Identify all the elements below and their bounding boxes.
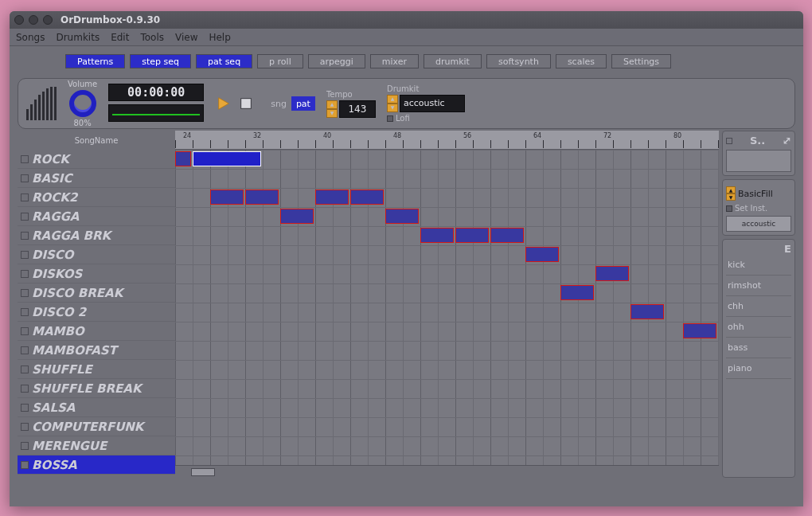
menu-songs[interactable]: Songs xyxy=(16,32,45,43)
pattern-row[interactable]: MAMBOFAST xyxy=(18,341,175,360)
sequence-block[interactable] xyxy=(455,228,489,243)
tab-pat-seq[interactable]: pat seq xyxy=(196,54,252,68)
play-button[interactable] xyxy=(215,95,232,112)
pattern-row[interactable]: DISKOS xyxy=(18,264,175,283)
tab-settings[interactable]: Settings xyxy=(611,54,671,68)
pattern-checkbox[interactable] xyxy=(21,423,29,431)
pattern-row[interactable]: BASIC xyxy=(18,169,175,188)
pattern-row[interactable]: COMPUTERFUNK xyxy=(18,417,175,436)
titlebar[interactable]: OrDrumbox-0.9.30 xyxy=(10,11,803,29)
volume-value: 80% xyxy=(73,119,91,127)
sequence-block[interactable] xyxy=(350,190,384,205)
pattern-checkbox[interactable] xyxy=(21,366,29,373)
menu-edit[interactable]: Edit xyxy=(111,32,129,43)
pattern-row[interactable]: SHUFFLE BREAK xyxy=(18,379,175,398)
sequence-block[interactable] xyxy=(560,285,594,300)
setinst-checkbox[interactable]: Set Inst. xyxy=(726,204,791,213)
pattern-row[interactable]: RAGGA xyxy=(18,207,175,226)
sequence-block[interactable] xyxy=(683,323,716,338)
expand-icon[interactable]: ⤢ xyxy=(783,135,791,147)
sequence-block[interactable] xyxy=(595,266,629,281)
instrument-item[interactable]: chh xyxy=(726,296,791,317)
pattern-row[interactable]: MAMBO xyxy=(18,322,175,341)
minimize-icon[interactable] xyxy=(29,15,38,25)
tab-arpeggi[interactable]: arpeggi xyxy=(308,54,365,68)
lofi-checkbox[interactable]: Lofi xyxy=(387,114,465,123)
menu-tools[interactable]: Tools xyxy=(140,32,164,43)
tab-patterns[interactable]: Patterns xyxy=(65,54,125,68)
tab-drumkit[interactable]: drumkit xyxy=(424,54,482,68)
drumkit-spinner[interactable]: ▲▼ xyxy=(387,95,398,112)
pattern-checkbox[interactable] xyxy=(21,270,29,278)
pattern-checkbox[interactable] xyxy=(21,327,29,335)
sng-option[interactable]: sng xyxy=(266,96,291,111)
pattern-checkbox[interactable] xyxy=(21,232,29,240)
sequence-block[interactable] xyxy=(315,190,349,205)
accoustic-button[interactable]: accoustic xyxy=(726,216,791,232)
close-icon[interactable] xyxy=(14,15,24,25)
sequence-block[interactable] xyxy=(385,209,419,224)
tempo-field[interactable]: 143 xyxy=(339,100,376,118)
tab-mixer[interactable]: mixer xyxy=(370,54,419,68)
pattern-checkbox[interactable] xyxy=(21,385,29,393)
tab-step-seq[interactable]: step seq xyxy=(130,54,191,68)
pattern-row[interactable]: ROCK xyxy=(18,150,175,169)
volume-knob[interactable] xyxy=(69,90,96,117)
pattern-checkbox[interactable] xyxy=(21,174,29,182)
sequence-grid[interactable] xyxy=(175,150,719,478)
h-scrollbar[interactable] xyxy=(175,465,719,478)
menu-drumkits[interactable]: Drumkits xyxy=(56,32,100,43)
timeline-ruler[interactable]: 2432404856647280 xyxy=(175,131,719,150)
pattern-checkbox[interactable] xyxy=(21,308,29,316)
sequence-block[interactable] xyxy=(210,190,244,205)
sequence-block[interactable] xyxy=(245,190,279,205)
instrument-item[interactable]: rimshot xyxy=(726,276,791,296)
fill-spinner[interactable]: ▲▼ xyxy=(726,186,736,201)
sequence-block[interactable] xyxy=(630,304,664,319)
pattern-row[interactable]: SALSA xyxy=(18,398,175,417)
pattern-row[interactable]: ROCK2 xyxy=(18,188,175,207)
pattern-checkbox[interactable] xyxy=(21,404,29,412)
instrument-item[interactable]: kick xyxy=(726,255,791,276)
maximize-icon[interactable] xyxy=(43,15,53,25)
pattern-checkbox[interactable] xyxy=(21,251,29,259)
panel-toggle-icon[interactable] xyxy=(726,138,732,144)
sequence-block[interactable] xyxy=(280,209,314,224)
pattern-checkbox[interactable] xyxy=(21,213,29,221)
pattern-row[interactable]: SHUFFLE xyxy=(18,360,175,379)
progress-bar[interactable] xyxy=(108,104,204,122)
menu-help[interactable]: Help xyxy=(209,32,230,43)
instrument-item[interactable]: piano xyxy=(726,358,791,379)
sng-pat-toggle[interactable]: sng pat xyxy=(266,96,315,111)
pattern-row[interactable]: MERENGUE xyxy=(18,436,175,455)
sequence-block[interactable] xyxy=(525,247,559,262)
pattern-checkbox[interactable] xyxy=(21,461,29,469)
pattern-checkbox[interactable] xyxy=(21,346,29,354)
pattern-row[interactable]: BOSSA xyxy=(18,455,175,475)
volume-label: Volume xyxy=(68,80,97,88)
drumkit-field[interactable]: accoustic xyxy=(400,95,465,112)
menu-view[interactable]: View xyxy=(175,32,197,43)
scroll-thumb[interactable] xyxy=(191,468,215,476)
pattern-checkbox[interactable] xyxy=(21,442,29,450)
sequence-block[interactable] xyxy=(193,151,261,166)
tempo-spinner[interactable]: ▲▼ xyxy=(326,100,338,118)
pattern-row[interactable]: DISCO xyxy=(18,245,175,264)
pattern-row[interactable]: DISCO BREAK xyxy=(18,283,175,303)
side-panel-instruments: E kickrimshotchhohhbasspiano xyxy=(722,239,795,478)
instrument-item[interactable]: ohh xyxy=(726,317,791,338)
sequence-block[interactable] xyxy=(490,228,524,243)
pattern-checkbox[interactable] xyxy=(21,289,29,297)
instrument-item[interactable]: bass xyxy=(726,338,791,358)
pattern-row[interactable]: RAGGA BRK xyxy=(18,226,175,245)
sequence-block[interactable] xyxy=(175,151,191,166)
pattern-checkbox[interactable] xyxy=(21,155,29,163)
sequence-block[interactable] xyxy=(420,228,454,243)
pat-option[interactable]: pat xyxy=(291,96,315,111)
tab-softsynth[interactable]: softsynth xyxy=(486,54,551,68)
stop-button[interactable] xyxy=(237,95,255,112)
pattern-row[interactable]: DISCO 2 xyxy=(18,303,175,322)
tab-p-roll[interactable]: p roll xyxy=(257,54,303,68)
tab-scales[interactable]: scales xyxy=(556,54,607,68)
pattern-checkbox[interactable] xyxy=(21,194,29,201)
